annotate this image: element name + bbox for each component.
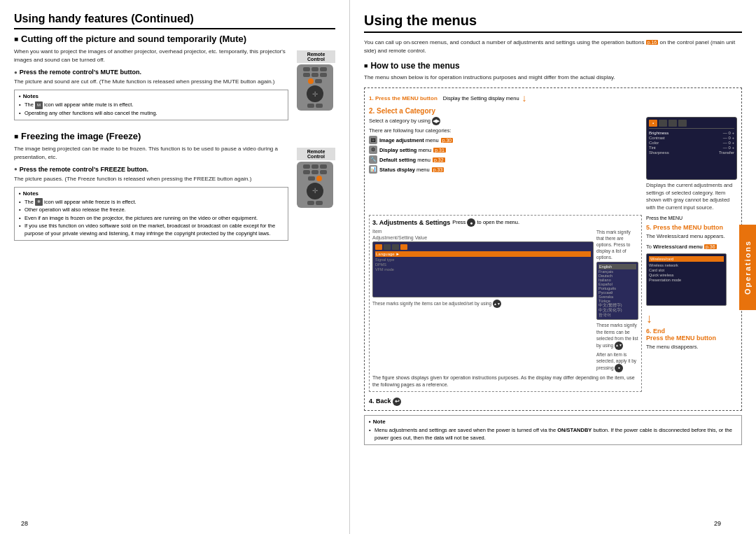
step3-label: 3. Adjustments & Settings: [372, 219, 450, 226]
mute-note-2: Operating any other functions will also …: [19, 109, 284, 117]
menu-display-row-2: Contrast— 0 +: [649, 136, 734, 140]
press-menu-label: Press the MENU: [646, 215, 682, 221]
diag-item-label: Item: [372, 229, 594, 234]
remote-control-freeze: Remote Control: [297, 148, 335, 245]
marks-note-3: These marks signify the items can be sel…: [596, 322, 638, 349]
category-area: Select a category by using ◀▶ There are …: [369, 117, 737, 211]
right-page-title: Using the menus: [364, 13, 742, 33]
mute-icon: M: [35, 101, 43, 109]
freeze-instruction-detail: The picture pauses. (The Freeze function…: [14, 175, 288, 183]
cat-select-intro: Select a category by using ◀▶: [369, 117, 642, 125]
ok-icon: ●: [467, 218, 475, 227]
menu-tab-2: [659, 120, 667, 127]
adj-tab-4: [400, 244, 407, 250]
right-intro: You can call up on-screen menus, and con…: [364, 38, 742, 55]
mute-notes-title: Notes: [19, 93, 284, 99]
how-to-heading: How to use the menus: [364, 61, 742, 71]
figure-caption: The figure shows displays given for oper…: [372, 374, 638, 388]
right-note-title: Note: [369, 419, 737, 425]
steps-container: 1. Press the MENU button Display the Set…: [364, 87, 742, 411]
cat-page-3: p.32: [433, 157, 445, 162]
step2-label: 2. Select a Category: [369, 107, 737, 115]
wireless-menu-preview: Wireless/card Wireless network Card slot…: [646, 253, 727, 306]
rbtn-f1: [303, 164, 310, 169]
step2-area: 2. Select a Category Select a category b…: [369, 107, 737, 211]
cat-page-1: p.30: [441, 138, 454, 143]
adj-tab-2: [384, 244, 391, 250]
options-panel: This mark signify that there are options…: [596, 229, 638, 372]
right-note-1: Menu adjustments and settings are saved …: [369, 426, 737, 442]
menu-tab-3: [668, 120, 677, 127]
cat-item-3: 🔧 Default setting menu p.32: [369, 155, 642, 164]
nav-icon-3: ▲▼: [615, 342, 623, 350]
mute-note-1: The M icon will appear while mute is in …: [19, 101, 284, 109]
wireless-header: Wireless/card: [649, 256, 724, 262]
step1-detail: Display the Setting display menu: [443, 95, 519, 101]
mute-instruction-heading: Press the remote control's MUTE button.: [14, 69, 288, 76]
page-number-right: 29: [714, 520, 721, 527]
remote-label-freeze: Remote Control: [297, 148, 335, 160]
category-list: Select a category by using ◀▶ There are …: [369, 117, 642, 211]
wireless-item-1: Wireless network: [649, 263, 724, 267]
rbtn-f4: [303, 170, 310, 174]
step4-row: 4. Back ↩: [369, 395, 737, 406]
menu-preview-area: ▪ Brightness— 0 + Contrast— 0 + Color— 0…: [646, 117, 737, 211]
rbtn-f8: [307, 201, 314, 205]
wireless-item-3: Quick wireless: [649, 273, 724, 277]
step6-arrow: ↓: [646, 311, 652, 326]
adj-item-2: Signal type: [375, 258, 591, 262]
cat-name-3: Default setting menu: [379, 157, 430, 163]
menu-display-box: ▪ Brightness— 0 + Contrast— 0 + Color— 0…: [646, 117, 737, 180]
cat-icon-3: 🔧: [369, 155, 377, 164]
rbtn-f3: [320, 164, 327, 169]
left-page: Using handy features (Continued) Cutting…: [0, 0, 350, 534]
marks-note-1: These marks signify the items can be adj…: [372, 300, 594, 308]
operations-tab: Operations: [739, 224, 756, 309]
note-section-right: Note Menu adjustments and settings are s…: [364, 415, 742, 446]
step6-label: 6. EndPress the MENU button: [646, 328, 737, 342]
cat-page-4: p.33: [432, 167, 444, 172]
lang-item-korean: 한국어: [598, 313, 636, 318]
mute-intro: When you want to project the images of a…: [14, 48, 288, 64]
remote-label-mute: Remote Control: [297, 50, 335, 63]
step5-header: Press the MENU: [646, 215, 737, 221]
menu-tab-4: [678, 120, 687, 127]
cat-name-2: Display setting menu: [379, 147, 431, 153]
rbtn-f9: [316, 201, 323, 205]
cat-item-2: ⚙ Display setting menu p.31: [369, 146, 642, 154]
rbtn-9: [316, 104, 323, 108]
mute-button-highlight: [308, 78, 314, 84]
rbtn-f7: [308, 176, 315, 181]
rbtn-3: [320, 67, 327, 71]
step1-row: 1. Press the MENU button Display the Set…: [369, 92, 737, 104]
step3-5-row: 3. Adjustments & Settings Press ● to ope…: [369, 215, 737, 392]
cat-name-1: Image adjustment menu: [379, 137, 439, 143]
diag-value-label: Adjustment/Setting Value: [372, 235, 594, 240]
adj-tab-3: [392, 244, 399, 250]
left-page-title: Using handy features (Continued): [14, 13, 335, 29]
step6-detail: The menu disappears.: [646, 343, 737, 351]
rbtn-5: [312, 73, 318, 77]
cat-name-4: Status display menu: [379, 167, 430, 173]
menu-display-row-5: SharpnessTransfer: [649, 150, 734, 155]
freeze-section: Freezing the image (Freeze) The image be…: [14, 131, 335, 245]
menu-display-row-4: Tint— 0 +: [649, 146, 734, 150]
page-number-left: 28: [21, 520, 28, 527]
language-list: English Français Deutsch Italiano Españo…: [596, 262, 638, 320]
step3-diagram: Item Adjustment/Setting Value Language ►: [372, 229, 638, 372]
step4-label: 4. Back ↩: [369, 398, 401, 406]
wireless-item-2: Card slot: [649, 268, 724, 272]
rbtn-7: [315, 79, 322, 83]
freeze-heading: Freezing the image (Freeze): [14, 131, 335, 141]
adj-selected-item: Language ►: [375, 251, 591, 257]
page-ref-p16: p.16: [646, 40, 659, 45]
remote-body-mute: ✛: [297, 64, 333, 111]
freeze-note-3: Even if an image is frozen on the projec…: [19, 214, 284, 222]
rbtn-1: [303, 67, 310, 71]
cat-icon-2: ⚙: [369, 146, 377, 154]
right-page: Using the menus You can call up on-scree…: [350, 0, 756, 534]
rbtn-8: [307, 104, 314, 108]
freeze-note-2: Other operation will also release the fr…: [19, 206, 284, 213]
step6-arrow-row: ↓: [646, 311, 737, 326]
step3-detail: Press ● to open the menu.: [452, 218, 519, 227]
